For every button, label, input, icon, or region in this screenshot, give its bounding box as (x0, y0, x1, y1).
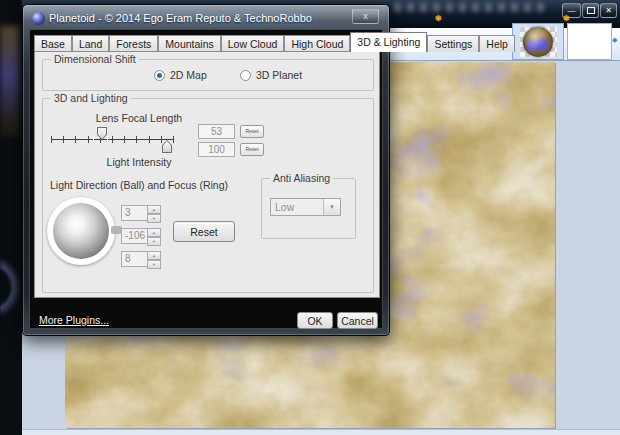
tab-strip: Base Land Forests Mountains Low Cloud Hi… (34, 33, 515, 52)
lens-focal-reset-button[interactable]: Reset (240, 125, 264, 138)
cancel-button[interactable]: Cancel (337, 312, 378, 329)
more-plugins-link[interactable]: More Plugins... (39, 314, 109, 326)
ok-button[interactable]: OK (297, 312, 333, 329)
dialog-planet-icon (32, 12, 45, 25)
spin-down-icon[interactable]: ▼ (147, 260, 161, 269)
light-intensity-reset-button[interactable]: Reset (240, 143, 264, 156)
dialog-content: Base Land Forests Mountains Low Cloud Hi… (29, 29, 383, 329)
tab-forests[interactable]: Forests (109, 35, 158, 52)
close-button[interactable]: ✕ (600, 3, 617, 18)
tab-mountains[interactable]: Mountains (158, 35, 220, 52)
group-legend: Anti Aliasing (270, 172, 333, 184)
light-intensity-slider-thumb[interactable] (162, 140, 172, 153)
direction-y-spinner[interactable]: -106 ▲▼ (121, 228, 161, 244)
background-planet-glimpse (0, 26, 20, 136)
lens-focal-value-field[interactable]: 53 (198, 124, 235, 139)
dropdown-value: Low (271, 199, 323, 215)
tab-3d-lighting[interactable]: 3D & Lighting (350, 32, 427, 52)
tab-land[interactable]: Land (72, 35, 109, 52)
planet-thumbnail (523, 27, 553, 57)
image-tab-blank[interactable] (567, 23, 612, 60)
dialog-title: Planetoid - © 2014 Ego Eram Reputo & Tec… (49, 12, 312, 24)
radio-3d-planet[interactable]: 3D Planet (240, 69, 302, 81)
reset-button[interactable]: Reset (173, 221, 235, 242)
unsaved-indicator-icon: ✱ (563, 14, 570, 23)
spinner-value: -106 (121, 228, 147, 244)
image-tab-planet[interactable] (512, 23, 564, 60)
tab-page-3d-lighting: Dimensional Shift 2D Map 3D Planet 3D an… (34, 51, 380, 298)
slider-ticks (51, 136, 174, 143)
light-direction-label: Light Direction (Ball) and Focus (Ring) (50, 179, 228, 191)
radio-2d-map[interactable]: 2D Map (154, 69, 207, 81)
unsaved-indicator-icon: ✱ (435, 14, 442, 23)
dimensional-shift-group: Dimensional Shift 2D Map 3D Planet (42, 59, 374, 91)
radio-unselected-icon (240, 70, 251, 81)
slider-white-tick (93, 136, 94, 142)
light-ball-sphere[interactable] (53, 203, 109, 259)
utility-window-icon[interactable]: ◆ (612, 36, 617, 44)
tab-low-cloud[interactable]: Low Cloud (221, 35, 285, 52)
light-intensity-label: Light Intensity (73, 156, 205, 168)
group-legend: 3D and Lighting (51, 92, 131, 104)
tab-settings[interactable]: Settings (427, 35, 479, 52)
anti-aliasing-dropdown[interactable]: Low ▼ (270, 198, 341, 216)
spin-up-icon[interactable]: ▲ (147, 205, 161, 214)
spin-down-icon[interactable]: ▼ (147, 237, 161, 246)
focus-spinner[interactable]: 8 ▲▼ (121, 251, 161, 267)
dropdown-arrow-icon: ▼ (323, 199, 340, 215)
dialog-close-button[interactable]: x (352, 9, 379, 24)
light-intensity-value-field[interactable]: 100 (198, 142, 235, 157)
spin-up-icon[interactable]: ▲ (147, 228, 161, 237)
anti-aliasing-group: Anti Aliasing Low ▼ (261, 178, 356, 239)
group-legend: Dimensional Shift (51, 53, 139, 65)
direction-x-spinner[interactable]: 3 ▲▼ (121, 205, 161, 221)
restore-button[interactable] (582, 3, 599, 18)
background-window-edge (0, 0, 22, 435)
radio-selected-icon (154, 70, 165, 81)
spin-up-icon[interactable]: ▲ (147, 251, 161, 260)
slider-white-tick (107, 136, 108, 142)
tab-base[interactable]: Base (34, 35, 72, 52)
lighting-group: 3D and Lighting Lens Focal Length Light … (42, 98, 374, 293)
host-title-blurred-text (394, 3, 544, 12)
spinner-value: 8 (121, 251, 147, 267)
spin-down-icon[interactable]: ▼ (147, 214, 161, 223)
status-bar (0, 429, 620, 435)
restore-icon (587, 7, 595, 14)
spinner-value: 3 (121, 205, 147, 221)
planetoid-dialog: Planetoid - © 2014 Ego Eram Reputo & Tec… (22, 4, 390, 336)
background-planet-arc (0, 252, 20, 322)
radio-label: 2D Map (170, 69, 207, 81)
transparency-checkerboard (520, 27, 557, 57)
lens-intensity-slider[interactable] (49, 126, 177, 156)
radio-label: 3D Planet (256, 69, 302, 81)
light-direction-ball[interactable] (47, 197, 115, 265)
paint-net-window: — ✕ ⤳▾ ⚗▾ ✱ ✱ ◆ (0, 0, 620, 435)
tab-help[interactable]: Help (479, 35, 515, 52)
tab-high-cloud[interactable]: High Cloud (284, 35, 350, 52)
lens-focal-length-label: Lens Focal Length (73, 112, 205, 124)
lens-focal-slider-thumb[interactable] (97, 127, 107, 140)
